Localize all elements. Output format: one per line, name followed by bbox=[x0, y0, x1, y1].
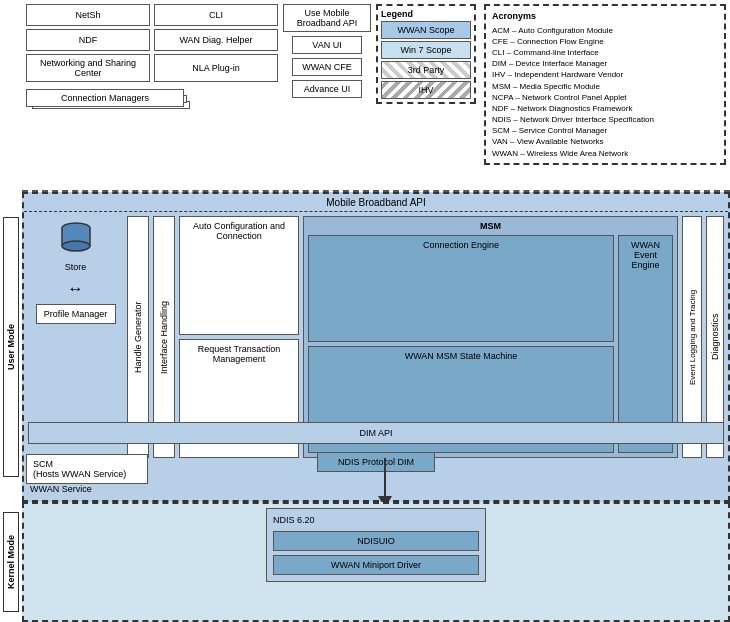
scm-box: SCM (Hosts WWAN Service) bbox=[26, 454, 148, 484]
acronyms-panel: Acronyms ACM – Auto Configuration Module… bbox=[484, 4, 726, 165]
auto-config-box: Auto Configuration and Connection bbox=[179, 216, 299, 335]
svg-point-2 bbox=[62, 241, 90, 251]
ndf-box: NDF bbox=[26, 29, 150, 51]
msm-left: Connection Engine WWAN MSM State Machine bbox=[308, 235, 614, 453]
scm-line2: (Hosts WWAN Service) bbox=[33, 469, 141, 479]
store-arrow: ↔ bbox=[68, 280, 84, 298]
legend-title: Legend bbox=[381, 9, 471, 19]
acronyms-area: Acronyms ACM – Auto Configuration Module… bbox=[480, 0, 730, 190]
ndisuio-box: NDISUIO bbox=[273, 531, 479, 551]
vertical-arrow bbox=[375, 458, 395, 508]
van-ui-box: VAN UI bbox=[292, 36, 362, 54]
wwan-scope-box: WWAN Scope bbox=[381, 21, 471, 39]
wan-diag-box: WAN Diag. Helper bbox=[154, 29, 278, 51]
scm-line1: SCM bbox=[33, 459, 141, 469]
legend-box: Legend WWAN Scope Win 7 Scope 3rd Party … bbox=[376, 4, 476, 104]
cli-box: CLI bbox=[154, 4, 278, 26]
acronym-line-12: WWAN – Wireless Wide Area Network bbox=[492, 148, 718, 159]
acronym-line-10: SCM – Service Control Manager bbox=[492, 125, 718, 136]
kernel-mode-section: NDIS 6.20 NDISUIO WWAN Miniport Driver bbox=[22, 502, 730, 622]
legend-area: Legend WWAN Scope Win 7 Scope 3rd Party … bbox=[372, 0, 480, 190]
store-icon bbox=[58, 220, 94, 256]
msm-title: MSM bbox=[308, 221, 673, 231]
msm-inner: Connection Engine WWAN MSM State Machine… bbox=[308, 235, 673, 453]
ihv-box: IHV bbox=[381, 81, 471, 99]
conn-managers-box: Connection Managers bbox=[26, 89, 184, 107]
nla-plug-box: NLA Plug-in bbox=[154, 54, 278, 82]
dim-api-bar: DIM API bbox=[28, 422, 724, 444]
tools-area: NetSh CLI NDF WAN Diag. Helper Networkin… bbox=[22, 0, 282, 190]
profile-manager-box: Profile Manager bbox=[36, 304, 116, 324]
kernel-mode-label: Kernel Mode bbox=[3, 512, 19, 612]
user-mode-label-container: User Mode bbox=[0, 192, 22, 502]
ndis-outer: NDIS 6.20 NDISUIO WWAN Miniport Driver bbox=[266, 508, 486, 582]
acronym-line-4: DIM – Device Interface Manager bbox=[492, 58, 718, 69]
acronym-line-1: ACM – Auto Configuration Module bbox=[492, 25, 718, 36]
store-label: Store bbox=[65, 262, 87, 272]
kernel-inner: NDIS 6.20 NDISUIO WWAN Miniport Driver bbox=[24, 504, 728, 586]
acronym-line-6: MSM – Media Specific Module bbox=[492, 81, 718, 92]
kernel-mode-label-container: Kernel Mode bbox=[0, 502, 22, 622]
connection-managers-stack: Connection Managers bbox=[26, 89, 191, 159]
advance-ui-box: Advance UI bbox=[292, 80, 362, 98]
connection-engine-box: Connection Engine bbox=[308, 235, 614, 342]
acronym-line-7: NCPA – Network Control Panel Applet bbox=[492, 92, 718, 103]
acronym-line-3: CLI – Command-line Interface bbox=[492, 47, 718, 58]
networking-box: Networking and Sharing Center bbox=[26, 54, 150, 82]
acronyms-title: Acronyms bbox=[492, 10, 718, 23]
mobile-api-header: Mobile Broadband API bbox=[24, 194, 728, 212]
netsh-box: NetSh bbox=[26, 4, 150, 26]
acronym-line-8: NDF – Network Diagnostics Framework bbox=[492, 103, 718, 114]
scm-section: SCM (Hosts WWAN Service) bbox=[22, 450, 152, 488]
wwan-event-box: WWAN Event Engine bbox=[618, 235, 673, 453]
acronym-line-9: NDIS – Network Driver Interface Specific… bbox=[492, 114, 718, 125]
acronym-line-2: CFE – Connection Flow Engine bbox=[492, 36, 718, 47]
party-box: 3rd Party bbox=[381, 61, 471, 79]
wwan-cfe-box: WWAN CFE bbox=[292, 58, 362, 76]
acronym-line-11: VAN – View Available Networks bbox=[492, 136, 718, 147]
wwan-miniport-box: WWAN Miniport Driver bbox=[273, 555, 479, 575]
user-mode-label: User Mode bbox=[3, 217, 19, 477]
win7-scope-box: Win 7 Scope bbox=[381, 41, 471, 59]
mobile-broadband-label: Use Mobile Broadband API bbox=[283, 4, 371, 32]
ndis-620-label: NDIS 6.20 bbox=[273, 515, 479, 525]
middle-col: Use Mobile Broadband API VAN UI WWAN CFE… bbox=[282, 0, 372, 190]
acronym-line-5: IHV – Independent Hardware Vendor bbox=[492, 69, 718, 80]
top-section: NetSh CLI NDF WAN Diag. Helper Networkin… bbox=[22, 0, 730, 192]
